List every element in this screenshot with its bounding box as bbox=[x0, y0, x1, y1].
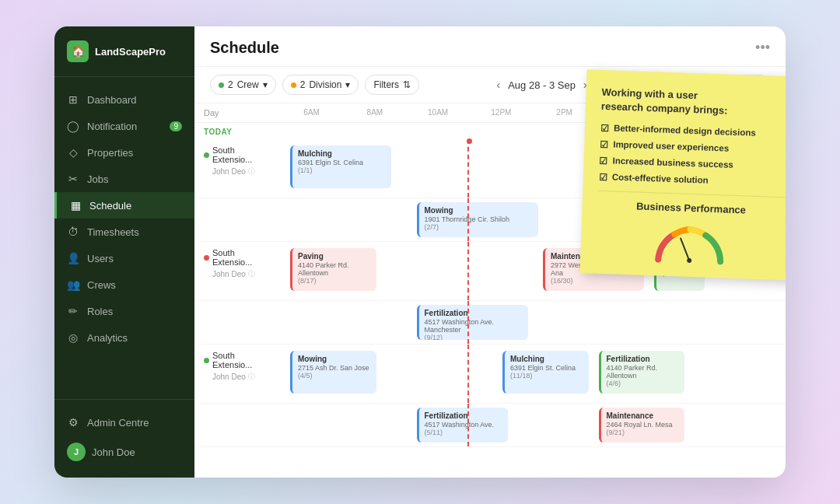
row-name-2: South Extensio... bbox=[204, 248, 271, 267]
sticky-divider bbox=[598, 191, 785, 198]
dashboard-label: Dashboard bbox=[87, 94, 137, 106]
table-row: Fertilization 4517 Washington Ave. (5/11… bbox=[194, 404, 786, 447]
more-options-button[interactable]: ••• bbox=[755, 40, 770, 56]
time-12pm: 12PM bbox=[470, 108, 533, 117]
crew-count: 2 bbox=[228, 79, 233, 90]
list-item[interactable]: Mowing 2715 Ash Dr. San Jose (4/5) bbox=[290, 351, 376, 394]
row-dot-green bbox=[204, 152, 209, 158]
crews-label: Crews bbox=[87, 279, 116, 291]
check-icon-2: ☑ bbox=[600, 139, 608, 150]
sidebar-item-roles[interactable]: ✏ Roles bbox=[54, 298, 194, 324]
list-item[interactable]: Mulching 6391 Elgin St. Celina (1/1) bbox=[290, 145, 391, 188]
prev-date-button[interactable]: ‹ bbox=[492, 77, 505, 93]
time-10am: 10AM bbox=[407, 108, 470, 117]
sidebar-item-users[interactable]: 👤 Users bbox=[54, 245, 194, 271]
table-row: Fertilization 4517 Washington Ave. Manch… bbox=[194, 301, 786, 345]
list-item[interactable]: Fertilization 4140 Parker Rd. Allentown … bbox=[599, 351, 685, 394]
jobs-label: Jobs bbox=[87, 173, 108, 185]
crew-filter-button[interactable]: 2 Crew ▾ bbox=[210, 75, 276, 95]
notification-icon: ◯ bbox=[67, 120, 79, 132]
svg-point-1 bbox=[687, 258, 691, 263]
sidebar-item-properties[interactable]: ◇ Properties bbox=[54, 139, 194, 166]
roles-label: Roles bbox=[87, 306, 113, 317]
main-header: Schedule ••• bbox=[194, 26, 786, 67]
sidebar-item-analytics[interactable]: ◎ Analytics bbox=[54, 324, 194, 351]
sidebar: 🏠 LandScapePro ⊞ Dashboard ◯ Notificatio… bbox=[54, 26, 194, 478]
row-info-1: South Extensio... John Deo ⓘ bbox=[194, 139, 280, 198]
info-icon-3: ⓘ bbox=[248, 372, 255, 382]
properties-label: Properties bbox=[87, 147, 133, 159]
division-chevron-icon: ▾ bbox=[345, 79, 350, 90]
division-count: 2 bbox=[300, 79, 306, 90]
schedule-icon: ▦ bbox=[69, 199, 82, 212]
list-item[interactable]: Mulching 6391 Elgin St. Celina (11/18) bbox=[502, 351, 589, 394]
row-dot-red bbox=[204, 255, 209, 261]
day-label: Day bbox=[194, 108, 280, 117]
user-name: John Doe bbox=[92, 446, 135, 458]
time-8am: 8AM bbox=[343, 108, 406, 117]
jobs-icon: ✂ bbox=[67, 173, 79, 185]
users-icon: 👤 bbox=[67, 252, 79, 264]
info-icon-2: ⓘ bbox=[248, 269, 255, 279]
users-label: Users bbox=[87, 253, 114, 264]
division-label: Division bbox=[309, 79, 341, 90]
crew-chevron-icon: ▾ bbox=[263, 79, 268, 90]
row-sub-3: John Deo ⓘ bbox=[204, 372, 271, 382]
current-time-line-5 bbox=[467, 345, 469, 403]
row-events-2b: Fertilization 4517 Washington Ave. Manch… bbox=[280, 301, 786, 344]
list-item[interactable]: Paving 4140 Parker Rd. Allentown (8/17) bbox=[290, 248, 376, 291]
current-time-line bbox=[467, 139, 469, 198]
date-range: Aug 28 - 3 Sep bbox=[508, 79, 576, 91]
list-item[interactable]: Mowing 1901 Thornridge Cir. Shiloh (2/7) bbox=[417, 202, 538, 237]
list-item[interactable]: Fertilization 4517 Washington Ave. Manch… bbox=[417, 305, 528, 340]
row-info-2b bbox=[194, 301, 280, 344]
sticky-note: Working with a userresearch company brin… bbox=[580, 69, 786, 281]
timesheets-label: Timesheets bbox=[87, 226, 139, 238]
sidebar-logo: 🏠 LandScapePro bbox=[54, 26, 194, 77]
check-icon-1: ☑ bbox=[600, 123, 609, 134]
row-dot-green-3 bbox=[204, 358, 209, 363]
table-row: South Extensio... John Deo ⓘ Mowing 2715… bbox=[194, 345, 786, 404]
list-item[interactable]: Maintenance 2464 Royal Ln. Mesa (9/21) bbox=[599, 408, 685, 443]
row-info-1b bbox=[194, 198, 280, 241]
avatar: J bbox=[67, 443, 86, 461]
division-filter-button[interactable]: 2 Division ▾ bbox=[282, 75, 359, 95]
notification-badge: 9 bbox=[170, 121, 182, 131]
row-info-2: South Extensio... John Deo ⓘ bbox=[194, 242, 280, 300]
current-time-dot bbox=[467, 138, 472, 144]
gauge-container bbox=[596, 219, 784, 268]
sticky-item-2: ☑ Improved user experiences bbox=[600, 139, 786, 156]
row-info-3: South Extensio... John Deo ⓘ bbox=[194, 345, 280, 403]
sidebar-item-schedule[interactable]: ▦ Schedule bbox=[54, 192, 194, 219]
crew-label: Crew bbox=[237, 79, 259, 90]
logo-icon: 🏠 bbox=[67, 40, 89, 62]
time-6am: 6AM bbox=[280, 108, 343, 117]
schedule-label: Schedule bbox=[89, 200, 131, 212]
row-name-1: South Extensio... bbox=[204, 145, 271, 164]
sidebar-item-timesheets[interactable]: ⏱ Timesheets bbox=[54, 219, 194, 245]
row-name-3: South Extensio... bbox=[204, 351, 271, 369]
sidebar-item-jobs[interactable]: ✂ Jobs bbox=[54, 166, 194, 192]
sidebar-item-crews[interactable]: 👥 Crews bbox=[54, 271, 194, 298]
sidebar-item-dashboard[interactable]: ⊞ Dashboard bbox=[54, 86, 194, 113]
app-window: 🏠 LandScapePro ⊞ Dashboard ◯ Notificatio… bbox=[54, 26, 786, 478]
current-time-line-6 bbox=[467, 404, 469, 446]
filters-button[interactable]: Filters ⇅ bbox=[365, 75, 419, 95]
sidebar-item-notification[interactable]: ◯ Notification 9 bbox=[54, 113, 194, 139]
current-time-line-2 bbox=[467, 198, 469, 241]
sidebar-item-admin[interactable]: ⚙ Admin Centre bbox=[54, 409, 194, 436]
row-events-3b: Fertilization 4517 Washington Ave. (5/11… bbox=[280, 404, 786, 446]
user-profile[interactable]: J John Doe bbox=[54, 436, 194, 468]
row-sub-2: John Deo ⓘ bbox=[204, 269, 271, 279]
list-item[interactable]: Fertilization 4517 Washington Ave. (5/11… bbox=[417, 408, 508, 443]
sticky-title: Working with a userresearch company brin… bbox=[601, 86, 786, 121]
date-navigation: ‹ Aug 28 - 3 Sep › bbox=[492, 77, 591, 93]
current-time-line-3 bbox=[467, 242, 469, 300]
check-icon-3: ☑ bbox=[599, 156, 607, 166]
sidebar-bottom: ⚙ Admin Centre J John Doe bbox=[54, 399, 194, 478]
notification-label: Notification bbox=[87, 121, 137, 132]
page-title: Schedule bbox=[210, 39, 279, 57]
row-sub-1: John Deo ⓘ bbox=[204, 166, 271, 177]
sidebar-nav: ⊞ Dashboard ◯ Notification 9 ◇ Propertie… bbox=[54, 77, 194, 399]
current-time-line-4 bbox=[467, 301, 469, 344]
